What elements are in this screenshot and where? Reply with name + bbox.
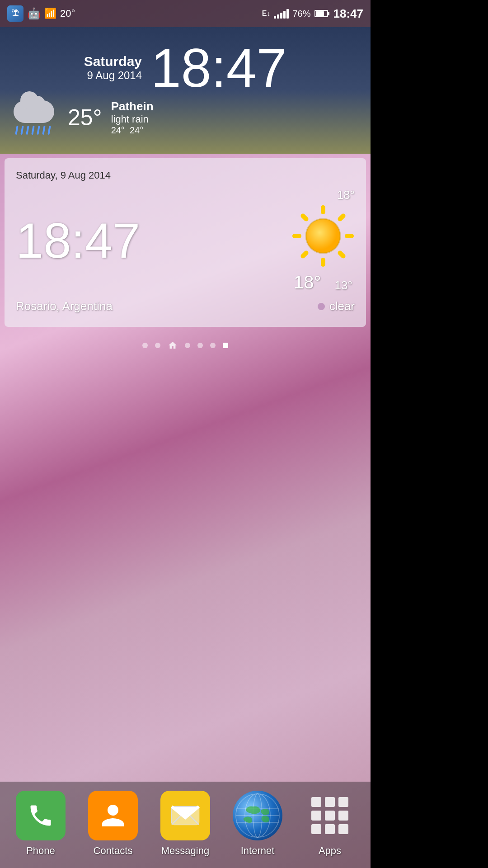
dock-item-phone[interactable]: Phone bbox=[16, 791, 66, 857]
weather-info-1: Pathein light rain 24° 24° bbox=[111, 99, 154, 136]
apps-icon bbox=[305, 791, 355, 840]
clock-date-row: Saturday 9 Aug 2014 18:47 bbox=[14, 41, 357, 95]
dock-item-internet[interactable]: Internet bbox=[233, 791, 282, 857]
phone-icon bbox=[16, 791, 66, 840]
svg-point-8 bbox=[306, 219, 340, 253]
page-dot-2[interactable] bbox=[155, 343, 160, 348]
widget2-footer: Rosario, Argentina clear bbox=[16, 299, 355, 313]
date-text: Saturday 9 Aug 2014 bbox=[84, 54, 142, 82]
status-time: 18:47 bbox=[333, 7, 364, 21]
svg-rect-0 bbox=[321, 205, 325, 214]
internet-icon bbox=[233, 791, 282, 840]
status-bar: 🏝 🤖 📶 20° E↓ 76% 18:47 bbox=[0, 0, 371, 27]
location-text: Rosario, Argentina bbox=[16, 299, 113, 313]
contacts-label: Contacts bbox=[94, 845, 133, 857]
weather-widget-2[interactable]: Saturday, 9 Aug 2014 18:47 18° bbox=[5, 158, 366, 327]
sun-icon bbox=[291, 204, 355, 268]
phone-label: Phone bbox=[26, 845, 55, 857]
dock: Phone Contacts Messaging bbox=[0, 782, 371, 868]
contacts-icon bbox=[88, 791, 138, 840]
signal-strength-icon bbox=[274, 9, 289, 19]
internet-label: Internet bbox=[241, 845, 275, 857]
weather-city-1: Pathein bbox=[111, 99, 154, 113]
svg-rect-2 bbox=[345, 234, 354, 238]
widget2-temp-current: 18° bbox=[294, 272, 321, 292]
svg-rect-4 bbox=[321, 258, 325, 267]
day-name: Saturday bbox=[84, 54, 142, 69]
battery-icon bbox=[314, 10, 328, 17]
weather-minmax-1: 24° 24° bbox=[111, 125, 154, 136]
clock-time: 18:47 bbox=[151, 41, 286, 95]
dock-item-apps[interactable]: Apps bbox=[305, 791, 355, 857]
apps-label: Apps bbox=[319, 845, 341, 857]
page-dot-6[interactable] bbox=[210, 343, 216, 348]
svg-rect-5 bbox=[300, 250, 309, 259]
network-type-icon: E↓ bbox=[262, 9, 271, 18]
full-date: 9 Aug 2014 bbox=[84, 69, 142, 82]
svg-rect-7 bbox=[300, 212, 309, 222]
svg-rect-1 bbox=[337, 212, 346, 222]
weather-row-1: 25° Pathein light rain 24° 24° bbox=[14, 99, 357, 136]
dock-item-messaging[interactable]: Messaging bbox=[160, 791, 210, 857]
page-indicators bbox=[0, 331, 371, 359]
page-dot-home[interactable] bbox=[168, 340, 178, 350]
temperature-status: 20° bbox=[60, 8, 75, 19]
dock-item-contacts[interactable]: Contacts bbox=[88, 791, 138, 857]
page-dot-4[interactable] bbox=[185, 343, 190, 348]
widget2-time: 18:47 bbox=[16, 216, 140, 265]
messaging-icon bbox=[160, 791, 210, 840]
weather-description-1: light rain bbox=[111, 113, 154, 125]
wifi-icon: 📶 bbox=[44, 8, 56, 19]
weather-temp-1: 25° bbox=[68, 104, 102, 131]
clock-weather-widget[interactable]: Saturday 9 Aug 2014 18:47 25° Pathein li… bbox=[0, 27, 371, 154]
status-right-icons: E↓ 76% 18:47 bbox=[262, 7, 363, 21]
condition-text: clear bbox=[329, 299, 355, 313]
android-icon: 🤖 bbox=[27, 7, 41, 20]
page-dot-7[interactable] bbox=[223, 343, 228, 348]
page-dot-1[interactable] bbox=[142, 343, 148, 348]
widget2-temp-high: 18° bbox=[337, 188, 355, 202]
widget2-sun-section: 18° bbox=[291, 188, 355, 292]
widget2-main: 18:47 18° bbox=[16, 188, 355, 292]
notification-icon-1: 🏝 bbox=[7, 5, 23, 22]
widget2-temp-low: 13° bbox=[335, 278, 352, 292]
messaging-label: Messaging bbox=[161, 845, 209, 857]
page-dot-5[interactable] bbox=[197, 343, 203, 348]
battery-percent: 76% bbox=[292, 9, 310, 19]
rain-weather-icon bbox=[14, 100, 59, 135]
svg-rect-3 bbox=[337, 250, 346, 259]
status-left-icons: 🏝 🤖 📶 20° bbox=[7, 5, 75, 22]
svg-rect-6 bbox=[292, 234, 301, 238]
widget2-date: Saturday, 9 Aug 2014 bbox=[16, 170, 355, 181]
